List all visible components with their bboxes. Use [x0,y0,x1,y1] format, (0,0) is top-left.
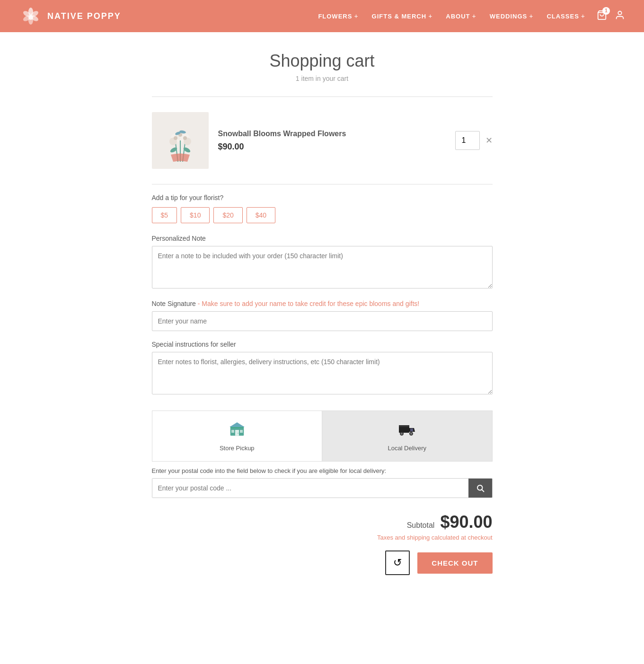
store-pickup-label: Store Pickup [220,445,255,452]
svg-point-8 [618,11,621,14]
subtotal-label: Subtotal [407,521,435,530]
personalized-note-input[interactable] [152,246,493,288]
divider-top [152,96,493,97]
tip-10-button[interactable]: $10 [181,207,210,223]
local-delivery-option[interactable]: Local Delivery [322,411,492,461]
subtotal-amount: $90.00 [440,512,492,532]
cart-button[interactable]: 1 [597,10,607,23]
tip-options: $5 $10 $20 $40 [152,207,493,223]
flowers-plus-icon: + [354,12,358,20]
divider-mid [152,184,493,184]
quantity-input[interactable] [455,131,480,150]
remove-item-button[interactable]: ✕ [485,135,493,146]
logo-text: NativE POPPY [47,11,121,21]
svg-point-36 [411,433,412,435]
classes-plus-icon: + [581,12,585,20]
tip-5-button[interactable]: $5 [152,207,177,223]
checkout-button[interactable]: CHECK OUT [417,552,492,574]
tax-note: Taxes and shipping calculated at checkou… [152,534,493,541]
svg-point-30 [238,433,238,434]
product-price: $90.00 [218,142,455,152]
subtotal-row: Subtotal $90.00 [152,512,493,532]
nav-about[interactable]: ABOUT + [446,12,476,20]
postal-input-wrap [152,478,493,498]
svg-marker-29 [229,422,245,427]
account-button[interactable] [615,10,625,23]
special-instructions-input[interactable] [152,352,493,394]
svg-rect-27 [231,430,234,433]
refresh-button[interactable]: ↺ [385,550,410,575]
note-signature-label: Note Signature - Make sure to add your n… [152,300,493,307]
svg-point-34 [401,433,403,435]
product-image [152,112,209,169]
local-delivery-label: Local Delivery [388,445,426,452]
tip-40-button[interactable]: $40 [247,207,275,223]
logo[interactable]: NativE POPPY [19,4,121,28]
svg-rect-37 [410,428,413,431]
main-content: Shopping cart 1 item in your cart [142,32,502,613]
about-plus-icon: + [472,12,476,20]
svg-line-39 [482,489,484,491]
store-pickup-icon [229,420,246,441]
note-signature-input[interactable] [152,311,493,331]
svg-rect-26 [235,430,239,436]
personalized-note-label: Personalized Note [152,235,493,242]
main-nav: FLOWERS + GIFTS & MERCH + ABOUT + WEDDIN… [318,12,585,20]
actions-row: ↺ CHECK OUT [152,550,493,575]
postal-code-input[interactable] [152,479,468,498]
product-info: Snowball Blooms Wrapped Flowers $90.00 [218,130,455,152]
search-icon [476,484,485,492]
cart-count: 1 [602,7,610,15]
header-icons: 1 [597,10,625,23]
gifts-plus-icon: + [428,12,432,20]
svg-rect-31 [399,426,409,433]
tip-label: Add a tip for your florist? [152,194,493,201]
nav-weddings[interactable]: WEDDINGS + [490,12,534,20]
nav-flowers[interactable]: FLOWERS + [318,12,358,20]
nav-gifts[interactable]: GIFTS & MERCH + [372,12,433,20]
item-controls: ✕ [455,131,493,150]
svg-point-21 [183,136,187,140]
cart-subtitle: 1 item in your cart [152,75,493,82]
nav-classes[interactable]: CLASSES + [547,12,585,20]
header: NativE POPPY FLOWERS + GIFTS & MERCH + A… [0,0,644,32]
refresh-icon: ↺ [393,557,402,569]
postal-note: Enter your postal code into the field be… [152,467,493,474]
delivery-truck-icon [398,420,416,441]
svg-point-19 [174,136,177,140]
note-signature-highlight: - Make sure to add your name to take cre… [196,300,419,307]
postal-search-button[interactable] [468,479,492,498]
weddings-plus-icon: + [529,12,533,20]
cart-item: Snowball Blooms Wrapped Flowers $90.00 ✕ [152,105,493,176]
special-instructions-label: Special instructions for seller [152,341,493,348]
store-pickup-option[interactable]: Store Pickup [152,411,322,461]
page-title: Shopping cart [152,51,493,71]
svg-rect-28 [240,430,243,433]
tip-20-button[interactable]: $20 [213,207,242,223]
product-name: Snowball Blooms Wrapped Flowers [218,130,455,138]
svg-rect-32 [399,425,409,427]
delivery-options: Store Pickup Local Delivery [152,411,493,462]
